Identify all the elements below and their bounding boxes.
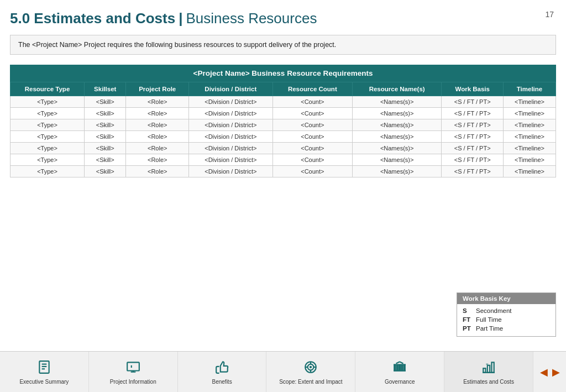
table-header-cell: Resource Type (11, 82, 85, 96)
table-cell: <Division / District> (188, 143, 272, 154)
nav-item-governance[interactable]: Governance (355, 352, 444, 392)
nav-item-executive-summary[interactable]: Executive Summary (0, 352, 89, 392)
table-cell: <Role> (126, 108, 188, 119)
key-desc: Part Time (476, 325, 550, 332)
table-cell: <Names(s)> (352, 166, 441, 177)
table-cell: <Skill> (85, 119, 126, 131)
key-desc: Full Time (476, 316, 550, 323)
page-number: 17 (545, 10, 554, 19)
table-header-cell: Timeline (504, 82, 556, 96)
table-cell: <Timeline> (504, 154, 556, 166)
svg-line-23 (400, 362, 403, 363)
table-cell: <S / FT / PT> (442, 131, 504, 143)
nav-item-estimates-and-costs[interactable]: Estimates and Costs (444, 352, 533, 392)
prev-button[interactable]: ◀ (538, 364, 550, 380)
table-cell: <S / FT / PT> (442, 108, 504, 119)
table-row: <Type><Skill><Role><Division / District>… (11, 143, 556, 154)
table-cell: <Division / District> (188, 108, 272, 119)
table-row: <Type><Skill><Role><Division / District>… (11, 154, 556, 166)
table-cell: <Timeline> (504, 119, 556, 131)
main-content: 17 5.0 Estimates and Costs|Business Reso… (0, 0, 566, 177)
svg-rect-25 (488, 365, 490, 373)
table-cell: <Count> (272, 96, 352, 108)
table-header-cell: Work Basis (442, 82, 504, 96)
table-cell: <Timeline> (504, 131, 556, 143)
table-cell: <Role> (126, 119, 188, 131)
table-cell: <Timeline> (504, 143, 556, 154)
nav-bar: Executive Summary Project Information Be… (0, 351, 566, 392)
table-cell: <Count> (272, 166, 352, 177)
table-cell: <Type> (11, 108, 85, 119)
table-row: <Type><Skill><Role><Division / District>… (11, 166, 556, 177)
table-header-cell: Resource Count (272, 82, 352, 96)
table-cell: <Names(s)> (352, 108, 441, 119)
svg-rect-24 (483, 368, 485, 373)
title-suffix: Business Resources (186, 10, 317, 27)
svg-rect-4 (127, 362, 139, 370)
table-header-cell: Resource Name(s) (352, 82, 441, 96)
governance-label: Governance (385, 379, 415, 385)
nav-item-benefits[interactable]: Benefits (178, 352, 267, 392)
key-box-body: SSecondmentFTFull TimePTPart Time (457, 304, 555, 336)
next-button[interactable]: ▶ (550, 364, 562, 380)
table-cell: <Skill> (85, 154, 126, 166)
intro-text: The <Project Name> Project requires the … (18, 41, 336, 49)
executive-summary-label: Executive Summary (19, 379, 69, 385)
table-cell: <Division / District> (188, 166, 272, 177)
table-cell: <Count> (272, 131, 352, 143)
scope-icon (303, 360, 318, 377)
project-information-icon (126, 360, 140, 377)
table-row: <Type><Skill><Role><Division / District>… (11, 108, 556, 119)
benefits-label: Benefits (212, 379, 232, 385)
table-cell: <Division / District> (188, 119, 272, 131)
key-row: PTPart Time (463, 324, 550, 333)
table-cell: <Count> (272, 108, 352, 119)
nav-items-container: Executive Summary Project Information Be… (0, 352, 533, 392)
table-header-cell: Project Role (126, 82, 188, 96)
page-title: 5.0 Estimates and Costs|Business Resourc… (10, 10, 556, 27)
table-cell: <Type> (11, 131, 85, 143)
svg-rect-18 (401, 365, 402, 371)
table-cell: <S / FT / PT> (442, 143, 504, 154)
nav-arrows[interactable]: ◀ ▶ (533, 352, 566, 392)
table-cell: <Type> (11, 96, 85, 108)
table-cell: <Type> (11, 119, 85, 131)
table-cell: <Role> (126, 143, 188, 154)
table-cell: <S / FT / PT> (442, 96, 504, 108)
table-cell: <Skill> (85, 96, 126, 108)
table-header-cell: Skillset (85, 82, 126, 96)
table-cell: <Type> (11, 143, 85, 154)
svg-rect-15 (394, 365, 395, 371)
table-body: <Type><Skill><Role><Division / District>… (11, 96, 556, 177)
svg-rect-19 (404, 365, 405, 371)
table-cell: <S / FT / PT> (442, 166, 504, 177)
svg-point-10 (310, 367, 311, 368)
key-row: FTFull Time (463, 315, 550, 324)
table-row: <Type><Skill><Role><Division / District>… (11, 96, 556, 108)
estimates-and-costs-icon (481, 360, 496, 377)
table-cell: <Skill> (85, 166, 126, 177)
key-abbr: S (463, 307, 476, 314)
table-cell: <Timeline> (504, 108, 556, 119)
table-cell: <Names(s)> (352, 96, 441, 108)
nav-item-scope[interactable]: Scope: Extent and Impact (266, 352, 355, 392)
nav-item-project-information[interactable]: Project Information (89, 352, 178, 392)
resource-table: Resource TypeSkillsetProject RoleDivisio… (10, 82, 556, 177)
project-information-label: Project Information (110, 379, 156, 385)
table-cell: <Count> (272, 119, 352, 131)
table-title: <Project Name> Business Resource Require… (10, 65, 556, 82)
governance-icon (392, 360, 407, 377)
table-cell: <Role> (126, 154, 188, 166)
table-cell: <Role> (126, 131, 188, 143)
table-cell: <Skill> (85, 131, 126, 143)
key-abbr: FT (463, 316, 476, 323)
table-cell: <Names(s)> (352, 143, 441, 154)
table-cell: <S / FT / PT> (442, 154, 504, 166)
table-cell: <Type> (11, 154, 85, 166)
benefits-icon (215, 360, 229, 377)
table-cell: <Timeline> (504, 96, 556, 108)
table-container: <Project Name> Business Resource Require… (10, 65, 556, 177)
svg-line-22 (396, 362, 400, 363)
table-cell: <Division / District> (188, 96, 272, 108)
scope-label: Scope: Extent and Impact (279, 379, 343, 385)
